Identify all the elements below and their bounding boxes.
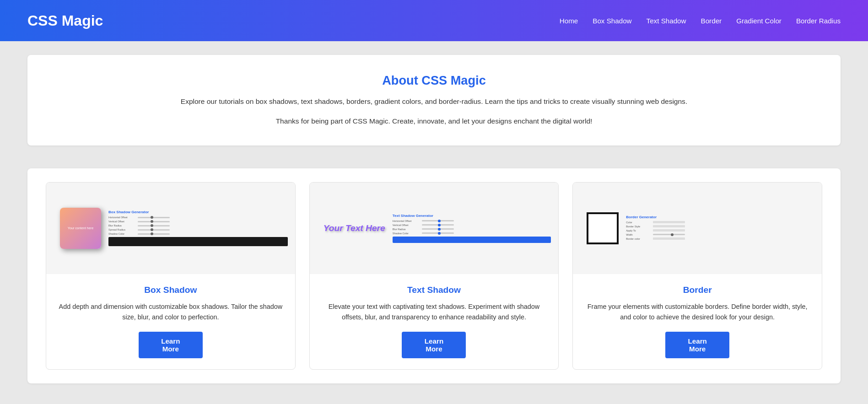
ts-form-row-2: Vertical Offset (393, 224, 551, 226)
card-title-border: Border (683, 285, 712, 295)
ts-text-display: Your Text Here (323, 223, 385, 233)
card-body-border: Border Frame your elements with customiz… (573, 274, 822, 369)
ts-slider-dot-1 (438, 220, 441, 222)
border-form-row-3: Apply To (626, 229, 814, 232)
bs-label-1: Horizontal Offset (108, 216, 136, 219)
learn-more-border[interactable]: Learn More (665, 332, 729, 358)
bs-slider-dot-2 (151, 220, 153, 223)
nav-home[interactable]: Home (560, 17, 578, 25)
about-thanks: Thanks for being part of CSS Magic. Crea… (64, 116, 804, 127)
ts-label-2: Vertical Offset (393, 224, 420, 226)
bs-slider-4 (138, 229, 170, 231)
card-text-shadow: Your Text Here Text Shadow Generator Hor… (309, 182, 559, 370)
cards-section: Your content here Box Shadow Generator H… (27, 159, 841, 393)
bs-slider-2 (138, 221, 170, 222)
nav-box-shadow[interactable]: Box Shadow (593, 17, 631, 25)
border-form-mock: Border Generator Color Border Style (623, 212, 817, 244)
ts-slider-3 (422, 228, 454, 230)
header: CSS Magic Home Box Shadow Text Shadow Bo… (0, 0, 868, 41)
border-label-5: Border color (626, 237, 651, 240)
learn-more-box-shadow[interactable]: Learn More (139, 332, 203, 358)
about-section: About CSS Magic Explore our tutorials on… (27, 55, 841, 145)
border-input-mock-2 (653, 225, 685, 227)
card-body-box-shadow: Box Shadow Add depth and dimension with … (46, 274, 295, 369)
card-image-border: Border Generator Color Border Style (573, 183, 822, 274)
bs-form-row-4: Spread Radius (108, 228, 288, 231)
border-form-row-5: Border color (626, 237, 814, 240)
ts-form-title: Text Shadow Generator (393, 214, 551, 218)
cards-container: Your content here Box Shadow Generator H… (27, 168, 841, 383)
border-label-1: Color (626, 221, 651, 224)
ts-form-mock: Text Shadow Generator Horizontal Offset … (390, 211, 554, 246)
ts-label-4: Shadow Color (393, 232, 420, 235)
border-form-title: Border Generator (626, 215, 814, 219)
card-image-box-shadow: Your content here Box Shadow Generator H… (46, 183, 295, 274)
about-title: About CSS Magic (64, 73, 804, 88)
bs-form-row-2: Vertical Offset (108, 220, 288, 223)
border-form-row-1: Color (626, 221, 814, 224)
border-input-mock-1 (653, 221, 685, 223)
border-label-2: Border Style (626, 225, 651, 228)
border-slider-1 (653, 234, 685, 235)
card-desc-box-shadow: Add depth and dimension with customizabl… (55, 302, 286, 323)
card-desc-text-shadow: Elevate your text with captivating text … (319, 302, 550, 323)
bs-slider-dot-3 (151, 224, 153, 227)
ts-slider-2 (422, 224, 454, 226)
ts-label-3: Blur Radius (393, 228, 420, 231)
border-box-display (587, 212, 619, 244)
ts-result-bar (393, 237, 551, 243)
border-form-row-2: Border Style (626, 225, 814, 228)
border-input-mock-3 (653, 229, 685, 232)
ts-form-row-3: Blur Radius (393, 228, 551, 231)
ts-slider-1 (422, 220, 454, 221)
bs-slider-dot-1 (151, 216, 153, 219)
bs-slider-1 (138, 217, 170, 218)
ts-slider-dot-2 (438, 224, 441, 226)
bs-textarea-mock (108, 237, 288, 246)
text-shadow-preview: Your Text Here Text Shadow Generator Hor… (310, 183, 559, 274)
site-title: CSS Magic (27, 12, 103, 29)
nav-border[interactable]: Border (701, 17, 722, 25)
nav-gradient-color[interactable]: Gradient Color (736, 17, 782, 25)
bs-slider-5 (138, 233, 170, 235)
ts-slider-4 (422, 232, 454, 234)
bs-form-row-3: Blur Radius (108, 224, 288, 227)
card-desc-border: Frame your elements with customizable bo… (582, 302, 813, 323)
bs-slider-dot-5 (151, 232, 153, 235)
border-label-3: Apply To (626, 229, 651, 232)
card-box-shadow: Your content here Box Shadow Generator H… (46, 182, 296, 370)
box-shadow-preview: Your content here Box Shadow Generator H… (46, 183, 295, 274)
ts-form-row-1: Horizontal Offset (393, 220, 551, 222)
border-slider-dot-1 (671, 233, 674, 236)
ts-slider-dot-3 (438, 228, 441, 231)
main-nav: Home Box Shadow Text Shadow Border Gradi… (560, 17, 841, 25)
bs-form-mock: Box Shadow Generator Horizontal Offset V… (106, 207, 291, 249)
cards-grid: Your content here Box Shadow Generator H… (46, 182, 822, 370)
card-title-text-shadow: Text Shadow (407, 285, 461, 295)
bs-form-title: Box Shadow Generator (108, 210, 288, 214)
card-border: Border Generator Color Border Style (572, 182, 822, 370)
bs-box-text: Your content here (66, 224, 95, 232)
card-image-text-shadow: Your Text Here Text Shadow Generator Hor… (310, 183, 559, 274)
border-input-mock-5 (653, 237, 685, 240)
border-label-4: Width (626, 233, 651, 236)
nav-border-radius[interactable]: Border Radius (796, 17, 841, 25)
bs-label-2: Vertical Offset (108, 220, 136, 223)
bs-slider-dot-4 (151, 228, 153, 231)
main-content: About CSS Magic Explore our tutorials on… (0, 41, 868, 404)
nav-text-shadow[interactable]: Text Shadow (647, 17, 686, 25)
bs-form-row-1: Horizontal Offset (108, 216, 288, 219)
bs-form-row-5: Shadow Color (108, 232, 288, 235)
bs-label-4: Spread Radius (108, 228, 136, 231)
bs-label-5: Shadow Color (108, 232, 136, 235)
about-description: Explore our tutorials on box shadows, te… (64, 96, 804, 108)
bs-colored-box: Your content here (60, 208, 101, 249)
border-preview: Border Generator Color Border Style (573, 183, 822, 274)
learn-more-text-shadow[interactable]: Learn More (402, 332, 466, 358)
card-body-text-shadow: Text Shadow Elevate your text with capti… (310, 274, 559, 369)
ts-slider-dot-4 (438, 232, 441, 235)
card-title-box-shadow: Box Shadow (144, 285, 197, 295)
ts-label-1: Horizontal Offset (393, 220, 420, 222)
bs-label-3: Blur Radius (108, 224, 136, 227)
bs-slider-3 (138, 225, 170, 226)
